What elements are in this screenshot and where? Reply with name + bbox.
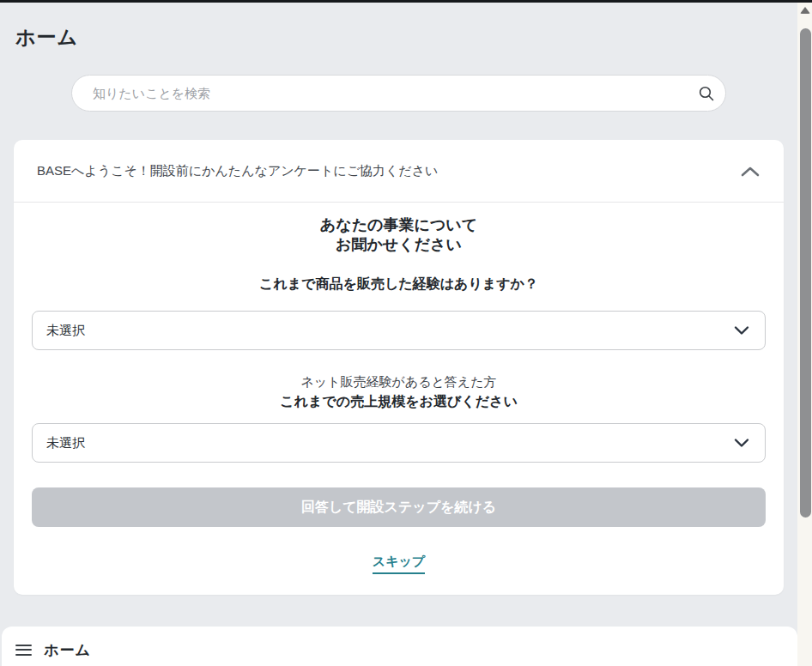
sales-experience-select[interactable]: 未選択 [32,311,766,350]
bottom-nav-home-label[interactable]: ホーム [44,640,91,660]
collapse-button[interactable] [739,160,761,183]
question2-label: これまでの売上規模をお選びください [14,393,784,411]
sales-scale-select[interactable]: 未選択 [32,423,766,463]
window-top-border [0,0,812,3]
skip-link[interactable]: スキップ [373,554,425,574]
scrollbar[interactable] [797,0,812,666]
question2-note: ネット販売経験があると答えた方 [14,374,784,391]
survey-card-title: BASEへようこそ！開設前にかんたんなアンケートにご協力ください [37,163,438,179]
search-input[interactable] [72,86,688,100]
bottom-nav-card: ホーム [2,627,797,666]
sales-scale-select-value: 未選択 [46,435,85,451]
sales-experience-select-value: 未選択 [46,323,85,339]
chevron-down-icon [734,439,749,448]
question1-label: これまで商品を販売した経験はありますか？ [14,275,784,294]
survey-heading: あなたの事業について お聞かせください [14,215,784,255]
submit-survey-button[interactable]: 回答して開設ステップを続ける [32,487,766,527]
page-title: ホーム [15,24,78,51]
chevron-down-icon [734,326,749,336]
search-bar [71,75,726,112]
survey-card-header[interactable]: BASEへようこそ！開設前にかんたんなアンケートにご協力ください [14,140,784,203]
hamburger-menu-icon[interactable] [15,645,32,656]
search-icon [698,85,715,102]
scroll-up-arrow-icon [800,7,810,14]
scroll-up-button[interactable] [797,3,812,17]
survey-heading-line1: あなたの事業について [14,215,784,235]
chevron-up-icon [740,166,760,178]
survey-card: BASEへようこそ！開設前にかんたんなアンケートにご協力ください あなたの事業に… [14,140,784,595]
search-button[interactable] [688,76,725,111]
survey-heading-line2: お聞かせください [14,235,784,255]
skip-link-container: スキップ [14,554,784,574]
scrollbar-thumb[interactable] [800,28,811,518]
